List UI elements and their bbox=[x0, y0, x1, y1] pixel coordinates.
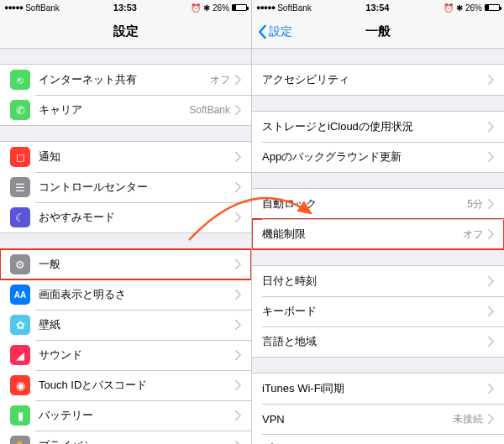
group-sync: iTunes Wi-Fi同期VPN未接続プロファイル一括設定 bbox=[252, 373, 504, 444]
row-date-time[interactable]: 日付と時刻 bbox=[252, 266, 504, 296]
row-detail: 未接続 bbox=[453, 412, 483, 426]
row-touch-id[interactable]: ◉Touch IDとパスコード bbox=[0, 370, 251, 400]
row-accessibility[interactable]: アクセシビリティ bbox=[252, 65, 504, 95]
moon-icon: ☾ bbox=[10, 207, 30, 227]
switches-icon: ☰ bbox=[10, 177, 30, 197]
battery-percent: 26% bbox=[465, 3, 482, 13]
row-storage[interactable]: ストレージとiCloudの使用状況 bbox=[252, 112, 504, 142]
row-label: サウンド bbox=[39, 347, 235, 363]
speaker-icon: ◢ bbox=[10, 345, 30, 365]
chevron-right-icon bbox=[488, 75, 494, 85]
chevron-right-icon bbox=[488, 152, 494, 162]
row-vpn[interactable]: VPN未接続 bbox=[252, 404, 504, 434]
page-title: 一般 bbox=[365, 24, 391, 39]
row-label: 自動ロック bbox=[262, 196, 467, 212]
back-label: 設定 bbox=[269, 24, 292, 39]
row-battery[interactable]: ▮バッテリー bbox=[0, 400, 251, 431]
row-control-center[interactable]: ☰コントロールセンター bbox=[0, 172, 251, 202]
row-label: インターネット共有 bbox=[39, 72, 210, 87]
status-bar: ●●●●● SoftBank 13:53 ⏰ ✱ 26% bbox=[0, 0, 251, 15]
chevron-right-icon bbox=[235, 410, 241, 420]
chevron-right-icon bbox=[235, 182, 241, 192]
back-button[interactable]: 設定 bbox=[257, 15, 292, 48]
chevron-right-icon bbox=[488, 122, 494, 132]
phone-icon: ✆ bbox=[10, 100, 30, 120]
row-label: アクセシビリティ bbox=[262, 72, 488, 87]
bluetooth-icon: ✱ bbox=[203, 3, 210, 13]
nav-bar: 設定 一般 bbox=[252, 15, 504, 49]
finger-icon: ◉ bbox=[10, 375, 30, 395]
chevron-right-icon bbox=[235, 350, 241, 360]
row-carrier[interactable]: ✆キャリアSoftBank bbox=[0, 95, 251, 125]
row-label: キーボード bbox=[262, 304, 488, 319]
group-general: ⚙一般AA画面表示と明るさ✿壁紙◢サウンド◉Touch IDとパスコード▮バッテ… bbox=[0, 248, 251, 444]
row-label: iTunes Wi-Fi同期 bbox=[262, 381, 488, 396]
row-sounds[interactable]: ◢サウンド bbox=[0, 340, 251, 370]
row-notifications[interactable]: ◻通知 bbox=[0, 142, 251, 172]
chevron-right-icon bbox=[488, 229, 494, 239]
row-profile[interactable]: プロファイル一括設定 bbox=[252, 434, 504, 444]
row-auto-lock[interactable]: 自動ロック5分 bbox=[252, 189, 504, 219]
row-label: コントロールセンター bbox=[39, 180, 235, 195]
alarm-icon: ⏰ bbox=[191, 3, 201, 13]
alarm-icon: ⏰ bbox=[444, 3, 454, 13]
row-label: バッテリー bbox=[39, 408, 235, 423]
chevron-right-icon bbox=[488, 337, 494, 347]
row-label: キャリア bbox=[39, 102, 189, 118]
chevron-left-icon bbox=[257, 24, 267, 39]
row-do-not-disturb[interactable]: ☾おやすみモード bbox=[0, 202, 251, 232]
row-label: VPN bbox=[262, 413, 453, 426]
flower-icon: ✿ bbox=[10, 315, 30, 335]
row-detail: 5分 bbox=[467, 197, 483, 212]
aa-icon: AA bbox=[10, 285, 30, 305]
chevron-right-icon bbox=[488, 384, 494, 394]
group-accessibility: アクセシビリティ bbox=[252, 64, 504, 96]
general-screen: ●●●●● SoftBank 13:54 ⏰ ✱ 26% 設定 一般 アクセシビ… bbox=[252, 0, 504, 444]
group-datetime: 日付と時刻キーボード言語と地域 bbox=[252, 265, 504, 358]
row-display[interactable]: AA画面表示と明るさ bbox=[0, 279, 251, 310]
row-label: ストレージとiCloudの使用状況 bbox=[262, 119, 488, 134]
row-internet-sharing[interactable]: ⎋インターネット共有オフ bbox=[0, 65, 251, 95]
chevron-right-icon bbox=[488, 414, 494, 424]
general-list[interactable]: アクセシビリティ ストレージとiCloudの使用状況Appのバックグラウンド更新… bbox=[252, 64, 504, 444]
row-label: 通知 bbox=[39, 149, 235, 165]
row-label: Touch IDとパスコード bbox=[39, 378, 235, 393]
group-lock: 自動ロック5分機能制限オフ bbox=[252, 188, 504, 250]
chevron-right-icon bbox=[235, 259, 241, 269]
row-detail: SoftBank bbox=[189, 104, 230, 116]
chevron-right-icon bbox=[488, 276, 494, 286]
chevron-right-icon bbox=[235, 441, 241, 444]
row-general[interactable]: ⚙一般 bbox=[0, 249, 251, 279]
row-label: 画面表示と明るさ bbox=[39, 287, 235, 302]
row-itunes-wifi-sync[interactable]: iTunes Wi-Fi同期 bbox=[252, 373, 504, 404]
signal-dots: ●●●●● bbox=[4, 3, 23, 12]
battery-icon bbox=[485, 4, 500, 11]
page-title: 設定 bbox=[113, 24, 139, 39]
settings-screen: ●●●●● SoftBank 13:53 ⏰ ✱ 26% 設定 ⎋インターネット… bbox=[0, 0, 252, 444]
row-restrictions[interactable]: 機能制限オフ bbox=[252, 219, 504, 249]
chevron-right-icon bbox=[235, 152, 241, 162]
row-label: プライバシー bbox=[39, 438, 235, 444]
row-detail: オフ bbox=[463, 227, 483, 242]
row-keyboard[interactable]: キーボード bbox=[252, 296, 504, 326]
battery-icon bbox=[232, 4, 247, 11]
row-background-refresh[interactable]: Appのバックグラウンド更新 bbox=[252, 142, 504, 172]
link-icon: ⎋ bbox=[10, 70, 30, 90]
gear-icon: ⚙ bbox=[10, 254, 30, 274]
chevron-right-icon bbox=[235, 380, 241, 390]
group-notifications: ◻通知☰コントロールセンター☾おやすみモード bbox=[0, 141, 251, 233]
carrier-label: SoftBank bbox=[25, 3, 60, 13]
row-detail: オフ bbox=[210, 73, 230, 87]
status-time: 13:54 bbox=[365, 3, 389, 13]
row-privacy[interactable]: ✋プライバシー bbox=[0, 431, 251, 444]
chevron-right-icon bbox=[235, 75, 241, 85]
settings-list[interactable]: ⎋インターネット共有オフ✆キャリアSoftBank ◻通知☰コントロールセンター… bbox=[0, 64, 251, 444]
chevron-right-icon bbox=[235, 320, 241, 330]
row-label: 日付と時刻 bbox=[262, 274, 488, 289]
row-wallpaper[interactable]: ✿壁紙 bbox=[0, 310, 251, 340]
chevron-right-icon bbox=[235, 290, 241, 300]
status-bar: ●●●●● SoftBank 13:54 ⏰ ✱ 26% bbox=[252, 0, 504, 15]
group-connectivity: ⎋インターネット共有オフ✆キャリアSoftBank bbox=[0, 64, 251, 126]
row-language-region[interactable]: 言語と地域 bbox=[252, 326, 504, 357]
nav-bar: 設定 bbox=[0, 15, 251, 49]
